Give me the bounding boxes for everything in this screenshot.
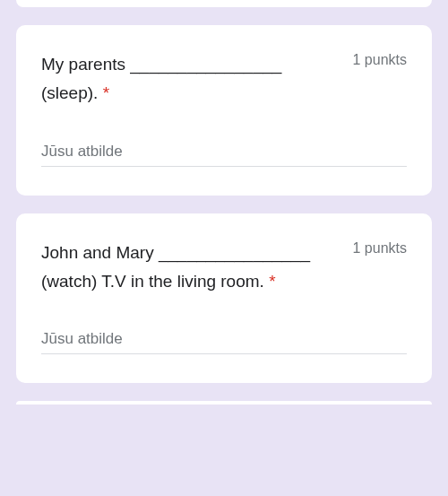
question-text: My parents ________________ (sleep). *: [41, 50, 339, 109]
previous-card-bottom: [16, 0, 432, 7]
points-label: 1 punkts: [353, 50, 407, 68]
question-text: John and Mary ________________ (watch) T…: [41, 239, 339, 297]
question-prompt: My parents ________________ (sleep).: [41, 55, 281, 102]
required-asterisk: *: [264, 272, 276, 291]
required-asterisk: *: [98, 83, 109, 102]
answer-input[interactable]: [41, 137, 407, 167]
question-card: John and Mary ________________ (watch) T…: [16, 213, 432, 384]
question-card: My parents ________________ (sleep). * 1…: [16, 25, 432, 196]
question-header: John and Mary ________________ (watch) T…: [41, 239, 407, 297]
question-header: My parents ________________ (sleep). * 1…: [41, 50, 407, 109]
next-card-top: [16, 401, 432, 405]
points-label: 1 punkts: [353, 239, 407, 257]
answer-input[interactable]: [41, 325, 407, 354]
